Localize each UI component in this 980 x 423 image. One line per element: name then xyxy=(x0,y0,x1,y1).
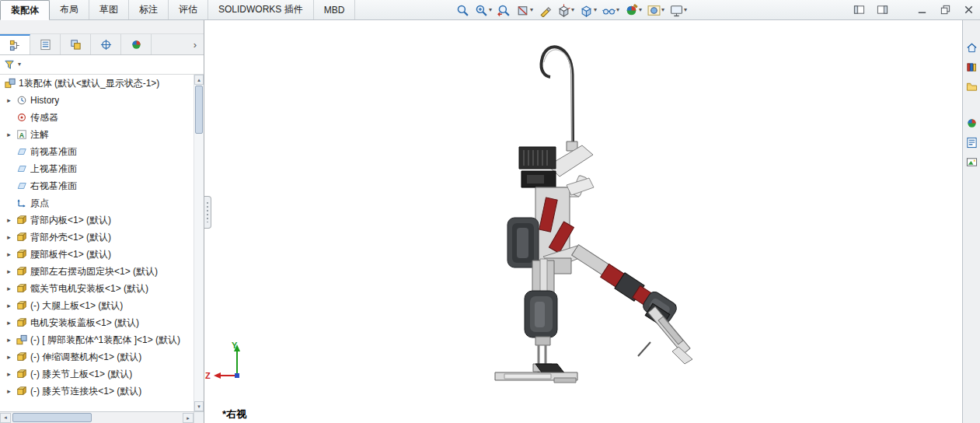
ribbon-tab-mbd[interactable]: MBD xyxy=(314,0,356,19)
tree-vertical-scrollbar[interactable]: ▴ ▾ xyxy=(194,75,204,411)
display-style-icon xyxy=(580,4,593,17)
view-settings-button[interactable]: ▾ xyxy=(668,2,689,19)
expand-arrow-icon[interactable]: ▸ xyxy=(5,216,13,224)
tree-item[interactable]: ▸History xyxy=(0,92,204,109)
tree-item[interactable]: ▸(-) 伸缩调整机构<1> (默认) xyxy=(0,348,204,365)
expand-arrow-icon[interactable]: ▸ xyxy=(5,250,13,258)
tree-items: ▸History传感器▸A注解前视基准面上视基准面右视基准面原点▸背部内板<1>… xyxy=(0,92,204,400)
tree-horizontal-scrollbar[interactable]: ◂ ▸ xyxy=(0,411,204,423)
tree-item[interactable]: ▸腰部板件<1> (默认) xyxy=(0,246,204,263)
expand-arrow-icon[interactable]: ▸ xyxy=(5,285,13,292)
tree-item-label: (-) 伸缩调整机构<1> (默认) xyxy=(30,351,141,364)
scroll-down-button[interactable]: ▾ xyxy=(194,401,204,411)
pane-left-button[interactable] xyxy=(853,3,866,16)
zoom-to-area-icon xyxy=(475,4,488,17)
expand-arrow-icon[interactable]: ▸ xyxy=(5,319,13,327)
task-pane-home-button[interactable] xyxy=(963,39,980,57)
tree-item[interactable]: ▸(-) [ 脚部装配体^1装配体 ]<1> (默认) xyxy=(0,331,204,348)
tree-item[interactable]: 传感器 xyxy=(0,109,204,126)
ribbon-tab-sketch[interactable]: 草图 xyxy=(89,0,129,19)
chevron-down-icon[interactable]: ▾ xyxy=(616,7,619,13)
part-icon xyxy=(16,351,27,362)
zoom-to-fit-button[interactable] xyxy=(455,2,471,19)
tree-item[interactable]: 原点 xyxy=(0,194,204,212)
tree-item[interactable]: 前视基准面 xyxy=(0,143,204,160)
view-orientation-button[interactable]: ▾ xyxy=(556,2,576,19)
tree-item[interactable]: 右视基准面 xyxy=(0,177,204,194)
chevron-down-icon[interactable]: ▾ xyxy=(684,7,687,13)
tree-item-label: 注解 xyxy=(30,128,49,142)
ribbon-tab-markup[interactable]: 标注 xyxy=(129,0,169,19)
panel-tab-displaymanager[interactable] xyxy=(121,34,152,54)
tree-item-label: 背部外壳<1> (默认) xyxy=(30,231,111,244)
expand-arrow-icon[interactable]: ▸ xyxy=(5,233,13,241)
expand-arrow-icon[interactable]: ▸ xyxy=(5,302,13,309)
chevron-down-icon[interactable]: ▾ xyxy=(489,7,492,13)
minimize-button[interactable] xyxy=(915,3,929,16)
panel-tab-configurationmanager[interactable] xyxy=(61,34,91,54)
panel-splitter-handle[interactable] xyxy=(204,196,211,229)
filter-chevron-icon[interactable]: ▾ xyxy=(18,61,21,68)
tree-root-item[interactable]: 1装配体 (默认<默认_显示状态-1>) xyxy=(0,75,204,92)
restore-button[interactable] xyxy=(939,3,952,16)
tree-filter-row: ▾ xyxy=(0,55,204,75)
task-pane-custom-properties-button[interactable] xyxy=(963,134,980,152)
panel-tab-propertymanager[interactable] xyxy=(30,34,61,54)
pane-right-button[interactable] xyxy=(876,3,889,16)
ribbon-tab-evaluate[interactable]: 评估 xyxy=(169,0,208,19)
expand-arrow-icon[interactable]: ▸ xyxy=(5,131,13,138)
display-style-button[interactable]: ▾ xyxy=(578,2,598,19)
hide-show-items-button[interactable]: ▾ xyxy=(601,2,621,19)
chevron-down-icon[interactable]: ▾ xyxy=(639,7,642,13)
filter-funnel-icon[interactable] xyxy=(4,59,16,71)
task-pane-design-library-button[interactable] xyxy=(963,58,980,76)
tree-item[interactable]: ▸(-) 膝关节上板<1> (默认) xyxy=(0,365,204,383)
panel-tab-featuremanager[interactable] xyxy=(0,34,30,54)
horizontal-scroll-thumb[interactable] xyxy=(12,413,92,422)
task-pane-file-explorer-button[interactable] xyxy=(963,78,980,96)
scrollbar-corner xyxy=(194,412,204,423)
chevron-down-icon[interactable]: ▾ xyxy=(571,7,574,13)
panel-tab-dimxpertmanager[interactable] xyxy=(91,34,121,54)
feature-manager-panel: › ▾ 1装配体 (默认<默认_显示状态-1>) ▸History传感器▸A注解… xyxy=(0,20,204,423)
view-settings-icon xyxy=(670,4,683,17)
scroll-right-button[interactable]: ▸ xyxy=(183,413,194,423)
task-pane-appearances-button[interactable] xyxy=(963,114,980,132)
expand-arrow-icon[interactable]: ▸ xyxy=(5,96,13,104)
expand-arrow-icon[interactable]: ▸ xyxy=(5,370,13,378)
ribbon-tab-solidworks-add-ins[interactable]: SOLIDWORKS 插件 xyxy=(208,0,314,19)
section-view-button[interactable]: ▾ xyxy=(514,2,535,19)
close-button[interactable] xyxy=(962,3,975,16)
tree-item[interactable]: ▸(-) 膝关节连接块<1> (默认) xyxy=(0,383,204,400)
chevron-down-icon[interactable]: ▾ xyxy=(530,7,533,13)
chevron-down-icon[interactable]: ▾ xyxy=(594,7,597,13)
command-manager-bar: 装配体布局草图标注评估SOLIDWORKS 插件MBD ▾▾▾▾▾▾▾▾ xyxy=(0,0,980,20)
tree-item[interactable]: 上视基准面 xyxy=(0,160,204,177)
expand-arrow-icon[interactable]: ▸ xyxy=(5,353,13,361)
panel-tab-overflow-button[interactable]: › xyxy=(187,34,204,54)
tree-item[interactable]: ▸A注解 xyxy=(0,126,204,143)
propertymanager-icon xyxy=(40,39,51,51)
task-pane-view-palette-button[interactable] xyxy=(963,153,980,171)
tree-item[interactable]: ▸电机安装板盖板<1> (默认) xyxy=(0,314,204,331)
expand-arrow-icon[interactable]: ▸ xyxy=(5,387,13,395)
3d-model[interactable] xyxy=(205,20,963,423)
vertical-scroll-thumb[interactable] xyxy=(195,86,203,134)
tree-item[interactable]: ▸髋关节电机安装板<1> (默认) xyxy=(0,280,204,297)
tree-item[interactable]: ▸(-) 大腿上板<1> (默认) xyxy=(0,297,204,314)
annotation-view-button[interactable] xyxy=(537,2,553,19)
tree-item[interactable]: ▸腰部左右摆动固定块<1> (默认) xyxy=(0,263,204,280)
scroll-up-button[interactable]: ▴ xyxy=(194,75,204,85)
zoom-to-area-button[interactable]: ▾ xyxy=(473,2,493,19)
previous-view-button[interactable] xyxy=(496,2,512,19)
ribbon-tab-assembly[interactable]: 装配体 xyxy=(0,0,50,20)
ribbon-tab-layout[interactable]: 布局 xyxy=(50,0,89,19)
tree-item[interactable]: ▸背部内板<1> (默认) xyxy=(0,212,204,229)
edit-appearance-button[interactable]: ▾ xyxy=(623,2,643,19)
expand-arrow-icon[interactable]: ▸ xyxy=(5,267,13,275)
expand-arrow-icon[interactable]: ▸ xyxy=(5,336,13,344)
apply-scene-button[interactable]: ▾ xyxy=(646,2,666,19)
tree-item[interactable]: ▸背部外壳<1> (默认) xyxy=(0,229,204,246)
scroll-left-button[interactable]: ◂ xyxy=(0,413,11,423)
chevron-down-icon[interactable]: ▾ xyxy=(661,7,664,13)
